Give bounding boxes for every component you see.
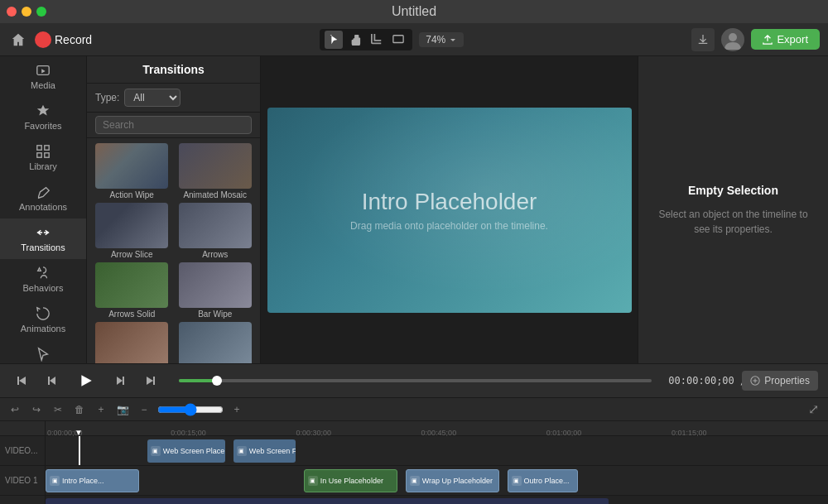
svg-rect-9 — [123, 377, 124, 385]
expand-button[interactable]: ⤢ — [805, 401, 821, 418]
sidebar-label-animations: Animations — [21, 324, 65, 334]
track-label-audio: AUDIO — [0, 496, 45, 504]
type-select[interactable]: All Cuts Fades — [124, 89, 181, 107]
home-button[interactable] — [8, 30, 28, 50]
timeline-ruler: 0:00:00;00 0:00:15;00 0:00:30;00 0:00:45… — [46, 421, 828, 436]
select-tool[interactable] — [325, 31, 343, 49]
sidebar-item-media[interactable]: Media — [0, 56, 86, 97]
camera-button[interactable]: 📷 — [114, 401, 131, 418]
transition-thumb — [179, 143, 252, 189]
maximize-button[interactable] — [36, 7, 46, 17]
frame-back-button[interactable] — [41, 369, 65, 392]
svg-rect-8 — [48, 377, 50, 385]
clip-label: Intro Place... — [62, 477, 104, 485]
properties-panel-message: Select an object on the timeline to see … — [638, 207, 828, 237]
play-button[interactable] — [73, 367, 99, 394]
crop-tool[interactable] — [368, 31, 386, 49]
sidebar: Media Favorites Library Annotations Tran… — [0, 56, 87, 363]
clip-outro[interactable]: ▣ Outro Place... — [508, 469, 578, 492]
trash-button[interactable]: 🗑 — [71, 401, 88, 418]
transition-item[interactable]: Arrows Solid — [92, 262, 172, 319]
sidebar-item-behaviors[interactable]: Behaviors — [0, 259, 86, 300]
transition-item[interactable]: Barn Door — [92, 322, 172, 363]
record-icon — [35, 31, 51, 48]
clip-inuse[interactable]: ▣ In Use Placeholder — [304, 469, 397, 492]
clip-wrapup[interactable]: ▣ Wrap Up Placeholder — [406, 469, 499, 492]
track-label-video-top: VIDEO... — [0, 436, 45, 466]
transition-item[interactable]: Bars — [176, 322, 256, 363]
clip-web2[interactable]: ▣ Web Screen Place... — [233, 439, 296, 463]
search-container — [87, 113, 260, 138]
add-track-button[interactable]: + — [93, 401, 109, 418]
transition-thumb — [95, 322, 168, 363]
frame-forward-button[interactable] — [108, 369, 131, 392]
sidebar-item-transitions[interactable]: Transitions — [0, 218, 86, 259]
close-button[interactable] — [7, 7, 17, 17]
zoom-slider[interactable] — [157, 403, 224, 416]
sidebar-label-library: Library — [29, 161, 57, 171]
preview-bg — [267, 108, 632, 313]
scissors-button[interactable]: ✂ — [50, 401, 66, 418]
export-label: Export — [777, 33, 808, 46]
transitions-grid: Action WipeAnimated MosaicArrow SliceArr… — [87, 138, 260, 363]
progress-bar[interactable] — [179, 379, 652, 382]
transition-item[interactable]: Animated Mosaic — [176, 143, 256, 199]
export-button[interactable]: Export — [751, 29, 820, 50]
minimize-button[interactable] — [22, 7, 31, 17]
sidebar-label-transitions: Transitions — [21, 242, 65, 252]
svg-point-1 — [729, 33, 737, 41]
window-controls[interactable] — [7, 7, 46, 17]
step-back-button[interactable] — [10, 369, 33, 392]
zoom-out-button[interactable]: − — [136, 401, 152, 418]
clip-web1[interactable]: ▣ Web Screen Place... — [147, 439, 226, 463]
preview-main: Intro Placeholder Drag media onto placeh… — [261, 56, 638, 363]
sidebar-label-favorites: Favorites — [24, 121, 61, 131]
properties-panel-title: Empty Selection — [688, 184, 778, 197]
properties-button[interactable]: Properties — [742, 371, 818, 391]
transition-label: Arrows — [202, 250, 228, 259]
clip-icon: ▣ — [308, 476, 318, 486]
zoom-in-button[interactable]: + — [229, 401, 245, 418]
titlebar: Untitled — [0, 0, 828, 23]
playhead[interactable] — [79, 436, 80, 465]
search-input[interactable] — [95, 116, 252, 134]
transition-item[interactable]: Arrow Slice — [92, 203, 172, 259]
transition-label: Action Wipe — [110, 190, 154, 199]
clip-icon: ▣ — [237, 446, 247, 456]
download-button[interactable] — [691, 28, 715, 51]
sidebar-item-library[interactable]: Library — [0, 137, 86, 178]
undo-button[interactable]: ↩ — [7, 401, 23, 418]
tool-selector[interactable] — [320, 29, 412, 50]
sidebar-item-annotations[interactable]: Annotations — [0, 178, 86, 218]
track-video1: ▣ Intro Place... ▣ In Use Placeholder ▣ … — [46, 466, 828, 496]
svg-rect-0 — [393, 35, 403, 42]
toolbar-right: Export — [691, 28, 820, 51]
track-video-top: ▣ Web Screen Place... ▣ Web Screen Place… — [46, 436, 828, 466]
transition-item[interactable]: Bar Wipe — [176, 262, 256, 319]
record-section: Record — [35, 31, 92, 48]
timecode-current: 00:00:00;00 — [668, 375, 734, 386]
user-avatar[interactable] — [721, 28, 744, 51]
transition-item[interactable]: Arrows — [176, 203, 256, 259]
transition-item[interactable]: Action Wipe — [92, 143, 172, 199]
clip-label: In Use Placeholder — [320, 477, 383, 485]
zoom-control[interactable]: 74% — [419, 32, 464, 47]
properties-panel: Empty Selection Select an object on the … — [638, 56, 828, 363]
clip-label: Outro Place... — [524, 477, 570, 485]
hand-tool[interactable] — [346, 31, 364, 49]
preview-canvas: Intro Placeholder Drag media onto placeh… — [261, 56, 638, 363]
progress-thumb[interactable] — [212, 376, 222, 386]
timeline: ↩ ↪ ✂ 🗑 + 📷 − + ⤢ VIDEO... VIDEO 1 AUDIO… — [0, 398, 828, 504]
zoom-level: 74% — [426, 34, 445, 46]
sidebar-item-animations[interactable]: Animations — [0, 300, 86, 340]
sidebar-item-favorites[interactable]: Favorites — [0, 97, 86, 137]
clip-intro[interactable]: ▣ Intro Place... — [46, 469, 139, 492]
redo-button[interactable]: ↪ — [28, 401, 45, 418]
transition-label: Arrows Solid — [108, 310, 155, 319]
transition-thumb — [179, 203, 252, 248]
step-forward-button[interactable] — [139, 369, 162, 392]
screen-tool[interactable] — [389, 31, 407, 49]
timeline-content: VIDEO... VIDEO 1 AUDIO 0:00:00;00 0:00:1… — [0, 421, 828, 504]
track-label-video1: VIDEO 1 — [0, 466, 45, 496]
clip-icon: ▣ — [151, 446, 161, 456]
